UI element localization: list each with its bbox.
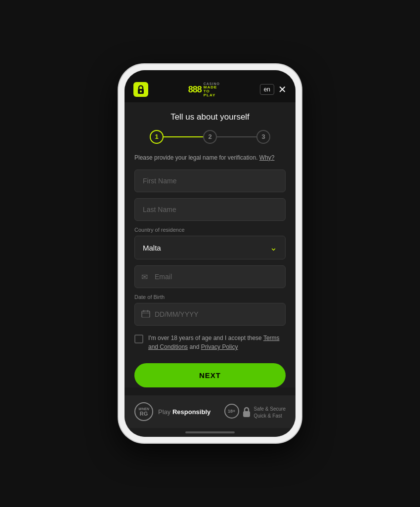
terms-checkbox[interactable]: [134, 335, 143, 343]
step-2: 2: [203, 130, 217, 144]
page-title: Tell us about yourself: [134, 112, 286, 122]
email-input[interactable]: [134, 265, 286, 288]
logo-888-text: 888: [188, 84, 202, 95]
terms-checkbox-group: I'm over 18 years of age and I accept th…: [134, 334, 286, 351]
dob-input[interactable]: [134, 303, 286, 326]
step-3: 3: [256, 130, 270, 144]
close-button[interactable]: ✕: [278, 84, 287, 94]
svg-rect-3: [143, 310, 144, 312]
age-18-badge: 18+: [224, 404, 239, 419]
header-actions: en ✕: [260, 84, 287, 95]
svg-rect-5: [243, 411, 250, 417]
svg-rect-4: [147, 310, 148, 312]
terms-text: I'm over 18 years of age and I accept th…: [148, 334, 286, 351]
email-icon: ✉: [141, 272, 148, 282]
header-lock-icon: [133, 82, 148, 97]
bottom-bar: [125, 428, 295, 437]
form-content: Tell us about yourself 1 2 3 Please prov…: [125, 102, 295, 388]
home-indicator: [185, 431, 235, 433]
app-header: 888 casino MADE TO PLAY en ✕: [125, 75, 295, 102]
country-group: Country of residence Malta ⌄: [134, 227, 286, 259]
rg-badge: WHEN RG: [134, 402, 153, 421]
secure-text: Safe & Secure Quick & Fast: [254, 406, 286, 420]
secure-block: Safe & Secure Quick & Fast: [242, 406, 286, 420]
logo-play: PLAY: [204, 93, 216, 97]
footer-right: 18+ Safe & Secure Quick & Fast: [224, 404, 286, 420]
dob-input-wrap: [134, 303, 286, 326]
phone-frame: 888 casino MADE TO PLAY en ✕ Tel: [119, 64, 301, 443]
country-value: Malta: [143, 244, 161, 252]
chevron-down-icon: ⌄: [270, 242, 277, 253]
next-button[interactable]: NEXT: [134, 363, 286, 387]
first-name-input[interactable]: [134, 169, 286, 192]
country-dropdown[interactable]: Malta ⌄: [134, 236, 286, 259]
footer-left: WHEN RG Play Responsibly: [134, 402, 210, 421]
why-link[interactable]: Why?: [259, 154, 275, 161]
dob-label: Date of Birth: [134, 294, 286, 300]
phone-screen: 888 casino MADE TO PLAY en ✕ Tel: [125, 70, 295, 437]
play-responsibly-text: Play Responsibly: [158, 408, 210, 416]
svg-point-1: [140, 90, 142, 92]
svg-rect-2: [142, 311, 150, 318]
step-1: 1: [150, 130, 164, 144]
step-line-2: [217, 136, 256, 137]
notch: [125, 70, 295, 75]
calendar-icon: [141, 310, 150, 319]
lock-icon: [242, 406, 251, 420]
email-group: ✉: [134, 265, 286, 288]
progress-stepper: 1 2 3: [134, 130, 286, 144]
app-footer: WHEN RG Play Responsibly 18+: [125, 395, 295, 428]
brand-logo: 888 casino MADE TO PLAY: [188, 82, 220, 97]
last-name-input[interactable]: [134, 198, 286, 221]
country-label: Country of residence: [134, 227, 286, 233]
dob-group: Date of Birth: [134, 294, 286, 326]
last-name-group: [134, 198, 286, 221]
legal-note: Please provide your legal name for verif…: [134, 154, 286, 162]
language-button[interactable]: en: [260, 84, 274, 95]
step-line-1: [164, 136, 203, 137]
privacy-link[interactable]: Privacy Policy: [201, 343, 238, 350]
first-name-group: [134, 169, 286, 192]
